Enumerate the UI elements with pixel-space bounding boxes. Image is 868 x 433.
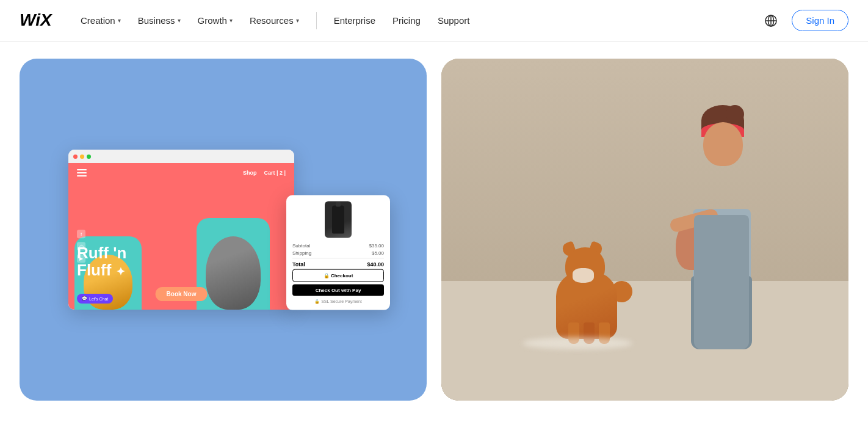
nav-item-creation[interactable]: Creation ▾: [73, 10, 128, 31]
nav-right: Sign In: [760, 10, 848, 32]
woman-hair-bun: [726, 105, 744, 123]
browser-bar: [68, 150, 294, 163]
preview-topbar: Shop Cart | 2 |: [68, 163, 294, 183]
browser-dot-yellow: [80, 155, 84, 159]
preview-nav-links: Shop Cart | 2 |: [243, 170, 286, 176]
dog-fur-fluff: [523, 337, 632, 349]
preview-dog-right: [197, 218, 270, 310]
main-content: Shop Cart | 2 | f ◎ ▶ Ruff 'n Fluff ✦: [0, 42, 868, 418]
browser-dot-red: [73, 155, 78, 159]
nav-item-enterprise[interactable]: Enterprise: [327, 10, 383, 31]
left-hero-card: Shop Cart | 2 | f ◎ ▶ Ruff 'n Fluff ✦: [20, 59, 427, 401]
sign-in-button[interactable]: Sign In: [792, 10, 848, 31]
preview-content: Shop Cart | 2 | f ◎ ▶ Ruff 'n Fluff ✦: [68, 163, 294, 310]
apple-pay-button[interactable]: Check Out with Pay: [292, 285, 384, 296]
woman-figure: [657, 105, 792, 349]
product-bottle-icon: [332, 206, 344, 234]
chevron-down-icon: ▾: [296, 17, 299, 24]
nav-item-business[interactable]: Business ▾: [131, 10, 188, 31]
language-selector-button[interactable]: [760, 10, 782, 32]
dog-snout: [573, 268, 594, 283]
preview-social-icons: f ◎ ▶: [77, 230, 85, 263]
svg-text:WiX: WiX: [20, 10, 53, 29]
woman-torso: [694, 215, 749, 349]
facebook-icon: f: [77, 230, 85, 238]
ssl-badge: 🔒 SSL Secure Payment: [292, 299, 384, 304]
nav-item-support[interactable]: Support: [430, 10, 477, 31]
navbar: WiX Creation ▾ Business ▾ Growth ▾ Resou…: [0, 0, 868, 42]
nav-item-resources[interactable]: Resources ▾: [242, 10, 306, 31]
instagram-icon: ◎: [77, 242, 85, 250]
menu-icon: [77, 169, 87, 176]
chevron-down-icon: ▾: [230, 17, 233, 24]
website-preview: Shop Cart | 2 | f ◎ ▶ Ruff 'n Fluff ✦: [68, 150, 294, 310]
nav-divider: [316, 12, 317, 29]
logo[interactable]: WiX: [20, 9, 54, 33]
chevron-down-icon: ▾: [118, 17, 121, 24]
nav-links: Creation ▾ Business ▾ Growth ▾ Resources…: [73, 10, 760, 31]
browser-dot-green: [87, 155, 91, 159]
preview-chat-button: 💬 Let's Chat: [77, 294, 113, 304]
checkout-button[interactable]: 🔒 Checkout: [292, 269, 384, 282]
dog-shiba-inu: [547, 247, 632, 339]
right-card-scene: [441, 59, 848, 401]
preview-book-now-button: Book Now: [156, 287, 208, 301]
checkout-popup: Subtotal $35.00 Shipping $5.00 Total $40…: [286, 195, 390, 310]
right-hero-card: [441, 59, 848, 401]
dog-schnauzer-illustration: [206, 236, 261, 310]
youtube-icon: ▶: [77, 254, 85, 263]
nav-item-growth[interactable]: Growth ▾: [190, 10, 240, 31]
checkout-subtotal-row: Subtotal $35.00: [292, 243, 384, 249]
checkout-shipping-row: Shipping $5.00: [292, 250, 384, 256]
nav-item-pricing[interactable]: Pricing: [385, 10, 428, 31]
checkout-total-row: Total $40.00: [292, 258, 384, 267]
woman-head: [703, 122, 743, 166]
checkout-product-image: [325, 202, 352, 238]
chevron-down-icon: ▾: [178, 17, 181, 24]
